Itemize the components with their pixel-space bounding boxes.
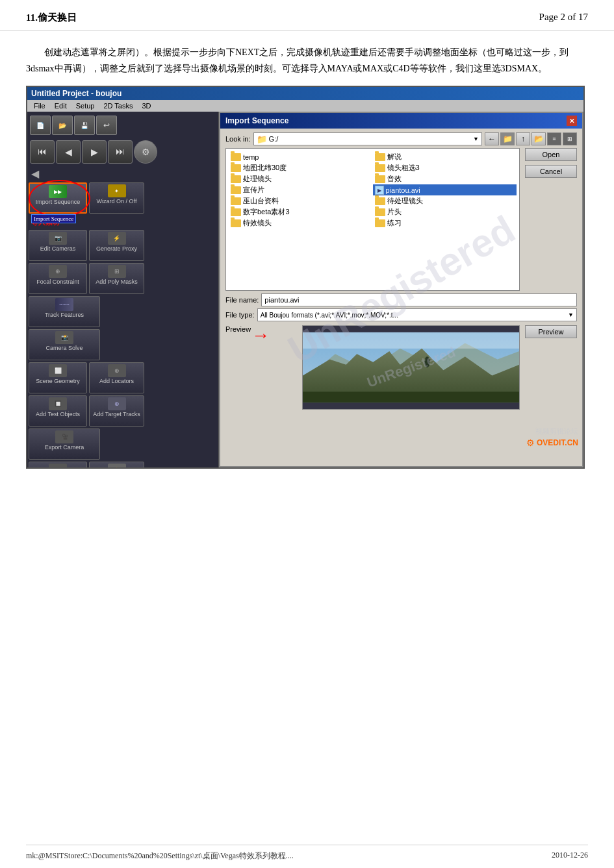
export-camera-btn[interactable]: 🎥 Export Camera <box>29 428 100 460</box>
play-icon: ▶ <box>91 147 98 158</box>
export-prefs-row: ~~~ Export to Shake ⚙ Preferences <box>29 462 217 467</box>
import-sequence-dialog: Import Sequence ✕ Look in: 📁 G:/ <box>219 112 583 467</box>
nav-up-btn[interactable]: ↑ <box>516 132 530 145</box>
file-item-wushan[interactable]: 巫山台资料 <box>229 195 373 206</box>
file-item-jieshu[interactable]: 解说 <box>373 151 517 162</box>
add-test-objects-btn[interactable]: 🔲 Add Test Objects <box>29 395 87 427</box>
filename-row: File name: <box>225 293 577 306</box>
preview-action-btn[interactable]: Preview <box>525 325 577 338</box>
file-item-daichuli[interactable]: 待处理镜头 <box>373 195 517 206</box>
folder-icon <box>231 208 241 216</box>
focal-masks-row: ⊕ Focal Constraint ⊞ Add Poly Masks <box>29 263 217 294</box>
import-sequence-btn[interactable]: ▶▶ Import Sequence <box>29 182 87 214</box>
open-file-btn[interactable]: 📂 <box>52 116 73 135</box>
play-back-btn[interactable]: ◀ <box>56 140 81 164</box>
paragraph-1: 创建动态遮罩将之屏闭）。根据提示一步步向下NEXT之后，完成摄像机轨迹重建后还需… <box>26 44 588 77</box>
scene-geometry-label: Scene Geometry <box>36 378 80 384</box>
next-frame-icon: ⏭ <box>116 147 125 157</box>
folder-icon <box>375 164 385 172</box>
file-item-texiao[interactable]: 特效镜头 <box>229 217 373 229</box>
preview-image-area: UnRegistered <box>302 325 520 410</box>
generate-proxy-btn[interactable]: ⚡ Generate Proxy <box>89 230 144 261</box>
look-in-label: Look in: <box>225 135 251 143</box>
camera-solve-btn[interactable]: 📸 Camera Solve <box>29 329 100 360</box>
filetype-row: File type: All Boujou formats (*.avi;*.A… <box>225 308 577 321</box>
folder-icon <box>375 219 385 227</box>
nav-folder-btn[interactable]: 📁 <box>500 132 515 145</box>
nav-view-btn[interactable]: ≡ <box>547 132 561 145</box>
dialog-buttons-col: Open Cancel <box>525 148 577 291</box>
settings-icon: ⚙ <box>142 147 150 158</box>
file-item-xuanchuan[interactable]: 宣传片 <box>229 184 373 195</box>
boujou-title: Untitled Project - boujou <box>31 89 122 98</box>
edit-cameras-btn[interactable]: 📷 Edit Cameras <box>29 230 87 261</box>
menu-file[interactable]: File <box>30 102 49 110</box>
settings-btn[interactable]: ⚙ <box>134 140 157 164</box>
wizard-btn[interactable]: ✦ Wizard On / Off <box>89 182 144 214</box>
file-item-jingtouxz[interactable]: 镜头粗选3 <box>373 162 517 173</box>
save-btn[interactable]: 💾 <box>74 116 95 135</box>
drive-folder-icon: 📁 <box>257 134 267 144</box>
open-button[interactable]: Open <box>525 148 577 161</box>
file-item-lianxi[interactable]: 练习 <box>373 217 517 229</box>
file-item-temp[interactable]: temp <box>229 151 373 162</box>
look-in-combo[interactable]: 📁 G:/ ▼ <box>253 132 482 145</box>
file-item-shuzi[interactable]: 数字beta素材3 <box>229 206 373 217</box>
file-item-ditu[interactable]: 地图北纬30度 <box>229 162 373 173</box>
svg-rect-4 <box>303 332 519 349</box>
nav-view2-btn[interactable]: ⊞ <box>563 132 577 145</box>
svg-point-5 <box>424 357 429 368</box>
filetype-value: All Boujou formats (*.avi;*.AVI;*.mov;*.… <box>261 312 398 319</box>
nav-back-btn[interactable]: ← <box>485 132 499 145</box>
import-sequence-label: Import Sequence <box>36 199 81 205</box>
dialog-close-button[interactable]: ✕ <box>567 116 577 126</box>
boujou-menubar[interactable]: File Edit Setup 2D Tasks 3D <box>27 100 583 112</box>
preferences-icon: ⚙ <box>108 464 126 467</box>
footer-left: mk:@MSITStore:C:\Documents%20and%20Setti… <box>26 850 294 862</box>
folder-icon <box>231 186 241 194</box>
add-target-tracks-btn[interactable]: ⊕ Add Target Tracks <box>89 395 144 427</box>
add-locators-btn[interactable]: ⊕ Add Locators <box>89 362 144 393</box>
look-in-row: Look in: 📁 G:/ ▼ ← 📁 <box>225 132 577 145</box>
add-poly-masks-btn[interactable]: ⊞ Add Poly Masks <box>89 263 144 294</box>
file-item-chuli[interactable]: 处理镜头 <box>229 173 373 184</box>
menu-setup[interactable]: Setup <box>72 102 99 110</box>
file-item-yinxiao[interactable]: 音效 <box>373 173 517 184</box>
page-header: 11.偷天换日 Page 2 of 17 <box>0 0 614 31</box>
menu-3d[interactable]: 3D <box>138 102 155 110</box>
wizard-icon: ✦ <box>108 184 126 197</box>
track-features-btn[interactable]: ~~~ Track Features <box>29 296 100 327</box>
edit-cameras-icon: 📷 <box>49 232 67 245</box>
folder-icon <box>375 153 385 161</box>
new-file-btn[interactable]: 📄 <box>30 116 51 135</box>
test-target-row: 🔲 Add Test Objects ⊕ Add Target Tracks <box>29 395 217 427</box>
track-features-row: ~~~ Track Features <box>29 296 217 327</box>
focal-icon: ⊕ <box>49 265 67 278</box>
file-item-piantoufolder[interactable]: 片头 <box>373 206 517 217</box>
next-frame-btn[interactable]: ⏭ <box>108 140 133 164</box>
test-objects-icon: 🔲 <box>49 397 67 410</box>
scene-geometry-btn[interactable]: ⬜ Scene Geometry <box>29 362 87 393</box>
export-shake-btn[interactable]: ~~~ Export to Shake <box>29 462 87 467</box>
play-btn[interactable]: ▶ <box>82 140 107 164</box>
preferences-btn[interactable]: ⚙ Preferences <box>89 462 144 467</box>
menu-2dtasks[interactable]: 2D Tasks <box>99 102 136 110</box>
folder-icon <box>375 175 385 183</box>
nav-newfolder-btn[interactable]: 📂 <box>531 132 546 145</box>
filetype-combo[interactable]: All Boujou formats (*.avi;*.AVI;*.mov;*.… <box>257 308 577 321</box>
filename-input[interactable] <box>261 293 577 306</box>
dialog-title: Import Sequence <box>225 116 288 125</box>
focal-constraint-btn[interactable]: ⊕ Focal Constraint <box>29 263 87 294</box>
undo-btn[interactable]: ↩ <box>96 116 117 135</box>
export-camera-label: Export Camera <box>45 444 84 451</box>
file-list[interactable]: temp 解说 地图北纬30度 <box>225 148 520 291</box>
boujou-body: 📄 📂 💾 ↩ ⏮ ◀ ▶ ⏭ ⚙ ◀ <box>27 112 583 467</box>
screenshot-container: Untitled Project - boujou File Edit Setu… <box>26 86 585 469</box>
prev-frame-btn[interactable]: ⏮ <box>30 140 55 164</box>
menu-edit[interactable]: Edit <box>51 102 71 110</box>
main-content: 创建动态遮罩将之屏闭）。根据提示一步步向下NEXT之后，完成摄像机轨迹重建后还需… <box>0 31 614 495</box>
boujou-titlebar: Untitled Project - boujou <box>27 87 583 100</box>
file-item-piantou[interactable]: ▶ piantou.avi <box>373 184 517 195</box>
folder-open-icon: 📂 <box>58 122 66 129</box>
cancel-button[interactable]: Cancel <box>525 165 577 178</box>
